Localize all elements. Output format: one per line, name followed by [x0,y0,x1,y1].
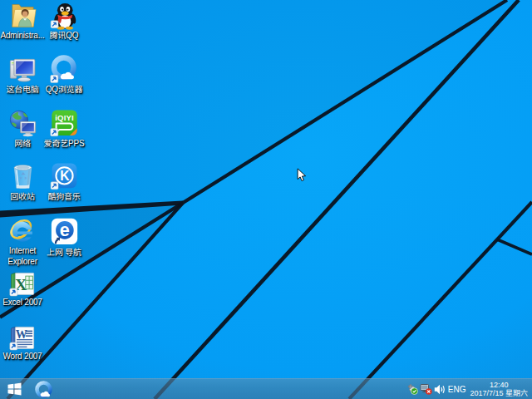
system-tray: ENG 12:40 2017/7/15 星期六 [406,379,532,399]
svg-text:iQIYI: iQIYI [55,113,73,122]
iqiyi-pps-icon: iQIYI [50,109,79,138]
taskbar-qq-browser-button[interactable] [31,379,56,399]
desktop-icon-label: Word 2007 [0,351,49,362]
desktop-icon-label: 酷狗音乐 [37,191,91,202]
internet-explorer-icon [7,218,37,245]
start-button[interactable] [0,379,29,399]
desktop-icon-iqiyi-pps[interactable]: iQIYI 爱奇艺PPS [37,109,91,149]
this-pc-icon [8,55,37,84]
network-disconnected-icon[interactable] [420,383,432,395]
desktop-icon-word-2007[interactable]: W Word 2007 [0,326,49,362]
svg-text:W: W [15,328,27,341]
language-indicator[interactable]: ENG [448,385,466,394]
svg-text:e: e [59,219,69,240]
word-2007-icon: W [9,326,37,351]
desktop-icon-label: 爱奇艺PPS [37,138,91,149]
desktop: Administra... 这台电脑 [0,0,532,399]
desktop-icon-web-navigation[interactable]: e 上网 导航 [37,218,91,258]
desktop-icon-label: 上网 导航 [37,247,91,258]
clock-time: 12:40 [470,381,528,389]
network-icon [8,109,37,138]
windows-logo-icon [7,382,22,396]
web-navigation-icon: e [50,218,79,247]
desktop-icon-qq-browser[interactable]: QQ浏览器 [37,55,91,95]
taskbar-clock[interactable]: 12:40 2017/7/15 星期六 [470,381,528,397]
svg-text:K: K [60,169,70,183]
tencent-qq-icon [50,1,79,30]
mouse-cursor [297,168,307,182]
taskbar: ENG 12:40 2017/7/15 星期六 [0,378,532,399]
desktop-icon-excel-2007[interactable]: X Excel 2007 [0,272,49,308]
desktop-icon-label: Excel 2007 [0,297,49,308]
usb-safely-remove-icon[interactable] [406,383,418,395]
desktop-icon-label: 腾讯QQ [37,30,91,41]
qq-browser-taskbar-icon [35,381,52,398]
recycle-bin-icon [8,162,37,191]
qq-browser-icon [50,55,79,84]
clock-date: 2017/7/15 星期六 [470,389,528,397]
excel-2007-icon: X [9,272,37,297]
kugou-music-icon: K [50,162,79,191]
desktop-icon-label: QQ浏览器 [37,84,91,95]
volume-icon[interactable] [434,384,446,395]
desktop-icon-tencent-qq[interactable]: 腾讯QQ [37,1,91,41]
desktop-icon-kugou-music[interactable]: K 酷狗音乐 [37,162,91,202]
administrator-folder-icon [8,1,37,30]
